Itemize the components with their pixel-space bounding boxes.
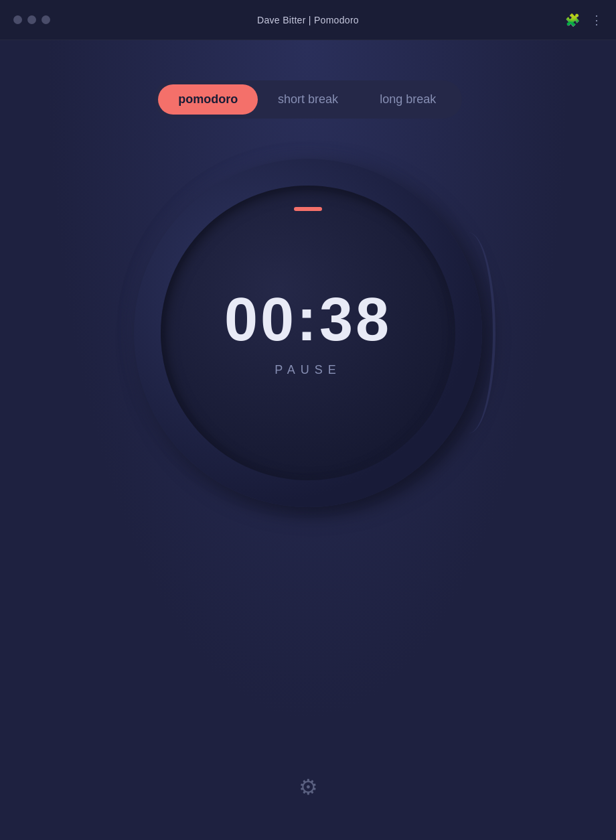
tab-switcher: pomodoro short break long break bbox=[154, 80, 462, 119]
settings-icon[interactable]: ⚙ bbox=[299, 775, 318, 799]
progress-dash bbox=[294, 207, 322, 211]
traffic-light-minimize[interactable] bbox=[27, 15, 36, 24]
pause-label[interactable]: PAUSE bbox=[275, 363, 341, 377]
timer-area: 00:38 PAUSE bbox=[134, 159, 482, 507]
window-title: Dave Bitter | Pomodoro bbox=[257, 15, 359, 25]
traffic-lights bbox=[13, 15, 50, 24]
titlebar-actions: 🧩 ⋮ bbox=[565, 13, 603, 27]
tab-pomodoro[interactable]: pomodoro bbox=[158, 84, 258, 115]
bottom-area: ⚙ bbox=[299, 774, 318, 800]
timer-circle-inner[interactable]: 00:38 PAUSE bbox=[161, 186, 455, 480]
tab-short-break[interactable]: short break bbox=[258, 84, 358, 115]
timer-display: 00:38 bbox=[224, 289, 392, 350]
tab-long-break[interactable]: long break bbox=[358, 84, 458, 115]
titlebar: Dave Bitter | Pomodoro 🧩 ⋮ bbox=[0, 0, 616, 40]
more-icon[interactable]: ⋮ bbox=[591, 13, 603, 27]
traffic-light-maximize[interactable] bbox=[42, 15, 50, 24]
traffic-light-close[interactable] bbox=[13, 15, 22, 24]
puzzle-icon[interactable]: 🧩 bbox=[565, 13, 580, 27]
main-content: pomodoro short break long break 00:38 PA… bbox=[0, 40, 616, 840]
